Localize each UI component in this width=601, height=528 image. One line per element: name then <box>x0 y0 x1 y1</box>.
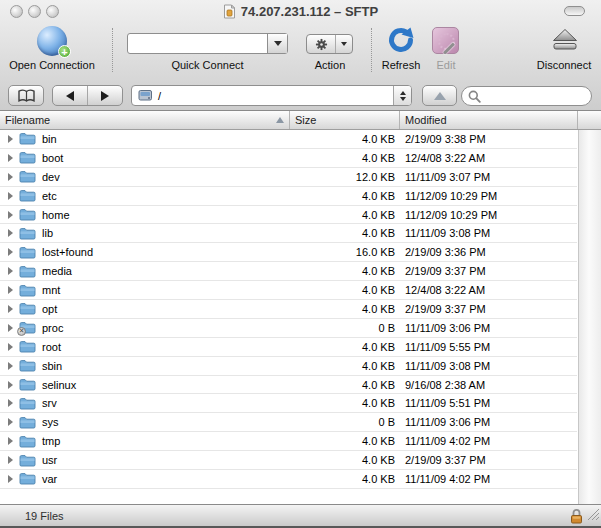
file-name: etc <box>42 190 57 202</box>
disclosure-triangle-icon[interactable] <box>8 154 13 162</box>
file-size: 4.0 KB <box>290 206 400 224</box>
disclosure-triangle-icon[interactable] <box>8 211 13 219</box>
disclosure-triangle-icon[interactable] <box>8 418 13 426</box>
table-row[interactable]: × home 4.0 KB 11/12/09 10:29 PM <box>0 206 577 225</box>
file-size: 4.0 KB <box>290 470 400 488</box>
table-row[interactable]: × dev 12.0 KB 11/11/09 3:07 PM <box>0 168 577 187</box>
go-up-button[interactable] <box>422 85 457 106</box>
search-input[interactable] <box>484 89 585 103</box>
disclosure-triangle-icon[interactable] <box>8 399 13 407</box>
bookmarks-button[interactable] <box>8 85 44 106</box>
drive-icon <box>138 89 153 102</box>
zoom-button[interactable] <box>46 5 59 18</box>
disclosure-triangle-icon[interactable] <box>8 229 13 237</box>
action-button[interactable] <box>306 34 353 54</box>
modified-header-label: Modified <box>405 114 447 126</box>
quick-connect-dropdown-button[interactable] <box>267 34 287 53</box>
column-header-size[interactable]: Size <box>290 111 400 129</box>
file-name: boot <box>42 152 63 164</box>
file-modified: 11/11/09 4:02 PM <box>400 470 577 488</box>
table-row[interactable]: × proc 0 B 11/11/09 3:06 PM <box>0 319 577 338</box>
file-modified: 11/11/09 5:51 PM <box>400 394 577 412</box>
path-stepper <box>393 86 411 105</box>
disclosure-triangle-icon[interactable] <box>8 173 13 181</box>
file-name: sbin <box>42 360 62 372</box>
disclosure-triangle-icon[interactable] <box>8 267 13 275</box>
resize-grip[interactable] <box>587 507 600 525</box>
file-modified: 9/16/08 2:38 AM <box>400 376 577 394</box>
table-row[interactable]: × tmp 4.0 KB 11/11/09 4:02 PM <box>0 432 577 451</box>
file-name: sys <box>42 416 59 428</box>
table-row[interactable]: × usr 4.0 KB 2/19/09 3:37 PM <box>0 451 577 470</box>
disclosure-triangle-icon[interactable] <box>8 475 13 483</box>
column-header-modified[interactable]: Modified <box>400 111 578 129</box>
quick-connect-combobox[interactable] <box>127 33 288 54</box>
toolbar-separator <box>112 28 113 72</box>
file-modified: 2/19/09 3:38 PM <box>400 130 577 148</box>
table-row[interactable]: × var 4.0 KB 11/11/09 4:02 PM <box>0 470 577 489</box>
file-modified: 2/19/09 3:36 PM <box>400 243 577 261</box>
forward-button[interactable] <box>87 86 122 105</box>
table-row[interactable]: × lost+found 16.0 KB 2/19/09 3:36 PM <box>0 243 577 262</box>
table-row[interactable]: × media 4.0 KB 2/19/09 3:37 PM <box>0 262 577 281</box>
close-button[interactable] <box>10 5 23 18</box>
disclosure-triangle-icon[interactable] <box>8 135 13 143</box>
folder-icon <box>19 416 36 429</box>
table-row[interactable]: × boot 4.0 KB 12/4/08 3:22 AM <box>0 149 577 168</box>
globe-plus-icon: + <box>37 26 67 56</box>
file-modified: 11/11/09 5:55 PM <box>400 338 577 356</box>
disclosure-triangle-icon[interactable] <box>8 248 13 256</box>
disclosure-triangle-icon[interactable] <box>8 456 13 464</box>
window-title: 74.207.231.112 – SFTP <box>70 0 531 22</box>
file-modified: 11/11/09 3:07 PM <box>400 168 577 186</box>
folder-icon <box>19 435 36 448</box>
table-row[interactable]: × etc 4.0 KB 11/12/09 10:29 PM <box>0 187 577 206</box>
file-name: media <box>42 265 72 277</box>
disclosure-triangle-icon[interactable] <box>8 192 13 200</box>
table-row[interactable]: × root 4.0 KB 11/11/09 5:55 PM <box>0 338 577 357</box>
file-modified: 2/19/09 3:37 PM <box>400 262 577 280</box>
disclosure-triangle-icon[interactable] <box>8 437 13 445</box>
column-header-filename[interactable]: Filename <box>0 111 290 129</box>
disclosure-triangle-icon[interactable] <box>8 343 13 351</box>
file-name: bin <box>42 133 57 145</box>
folder-icon <box>19 454 36 467</box>
file-size: 4.0 KB <box>290 187 400 205</box>
status-bar: 19 Files <box>0 504 601 528</box>
file-size: 4.0 KB <box>290 338 400 356</box>
disclosure-triangle-icon[interactable] <box>8 286 13 294</box>
folder-icon <box>19 340 36 353</box>
minimize-button[interactable] <box>28 5 41 18</box>
file-size: 4.0 KB <box>290 432 400 450</box>
file-name: lost+found <box>42 246 93 258</box>
stepper-up-icon <box>400 91 406 95</box>
toolbar-toggle-pill[interactable] <box>564 6 585 16</box>
table-row[interactable]: × sbin 4.0 KB 11/11/09 3:08 PM <box>0 357 577 376</box>
folder-icon <box>19 208 36 221</box>
disclosure-triangle-icon[interactable] <box>8 381 13 389</box>
toolbar-separator <box>371 28 372 72</box>
table-row[interactable]: × sys 0 B 11/11/09 3:06 PM <box>0 413 577 432</box>
search-field[interactable] <box>461 86 592 106</box>
table-row[interactable]: × opt 4.0 KB 2/19/09 3:37 PM <box>0 300 577 319</box>
path-popup-button[interactable]: / <box>131 85 412 106</box>
file-size: 16.0 KB <box>290 243 400 261</box>
table-row[interactable]: × bin 4.0 KB 2/19/09 3:38 PM <box>0 130 577 149</box>
table-row[interactable]: × mnt 4.0 KB 12/4/08 3:22 AM <box>0 281 577 300</box>
table-row[interactable]: × selinux 4.0 KB 9/16/08 2:38 AM <box>0 376 577 395</box>
file-modified: 11/11/09 3:08 PM <box>400 224 577 242</box>
file-size: 4.0 KB <box>290 281 400 299</box>
document-proxy-icon[interactable] <box>223 4 236 19</box>
refresh-label: Refresh <box>376 59 426 71</box>
disclosure-triangle-icon[interactable] <box>8 362 13 370</box>
file-size: 4.0 KB <box>290 357 400 375</box>
quick-connect-input[interactable] <box>128 34 267 53</box>
back-button[interactable] <box>53 86 87 105</box>
refresh-icon <box>387 26 415 54</box>
disclosure-triangle-icon[interactable] <box>8 324 13 332</box>
vertical-scrollbar-track[interactable] <box>578 130 601 505</box>
table-row[interactable]: × srv 4.0 KB 11/11/09 5:51 PM <box>0 394 577 413</box>
disclosure-triangle-icon[interactable] <box>8 305 13 313</box>
title-bar[interactable]: 74.207.231.112 – SFTP <box>0 0 601 22</box>
table-row[interactable]: × lib 4.0 KB 11/11/09 3:08 PM <box>0 224 577 243</box>
